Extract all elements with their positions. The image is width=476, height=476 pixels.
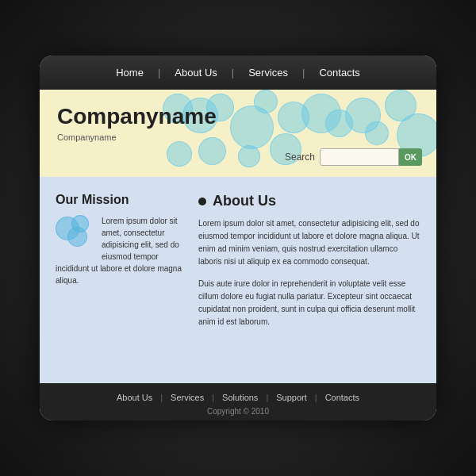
nav-home[interactable]: Home [102, 63, 158, 82]
mission-bubbles [56, 215, 95, 255]
about-para2: Duis aute irure dolor in reprehenderit i… [198, 278, 420, 328]
nav-bar: Home | About Us | Services | Contacts [40, 56, 436, 90]
search-input[interactable] [320, 148, 399, 166]
nav-contacts[interactable]: Contacts [305, 63, 374, 82]
search-label: Search [285, 152, 315, 163]
company-tagline: Companyname [57, 132, 117, 142]
about-para1: Lorem ipsum dolor sit amet, consectetur … [198, 217, 420, 268]
footer-support[interactable]: Support [268, 393, 315, 402]
bullet-dot [198, 198, 206, 205]
about-title: About Us [213, 193, 276, 209]
search-area: Search OK [285, 148, 422, 166]
search-button[interactable]: OK [399, 148, 422, 166]
left-column: Our Mission Lorem ipsum dolor sit amet, … [56, 193, 182, 367]
nav-services[interactable]: Services [234, 63, 302, 82]
main-content: Our Mission Lorem ipsum dolor sit amet, … [40, 177, 436, 383]
nav-about[interactable]: About Us [160, 63, 231, 82]
website-container: Home | About Us | Services | Contacts [40, 56, 436, 420]
footer-copyright: Copyright © 2010 [40, 407, 436, 416]
footer-solutions[interactable]: Solutions [214, 393, 266, 402]
footer-nav: About Us | Services | Solutions | Suppor… [40, 393, 436, 402]
about-heading: About Us [198, 193, 420, 209]
footer-section: About Us | Services | Solutions | Suppor… [40, 383, 436, 420]
header-section: Companyname Companyname Search OK [40, 90, 436, 177]
right-column: About Us Lorem ipsum dolor sit amet, con… [198, 193, 420, 367]
footer-about[interactable]: About Us [109, 393, 160, 402]
company-name: Companyname [57, 104, 217, 129]
footer-contacts[interactable]: Contacts [317, 393, 367, 402]
footer-services[interactable]: Services [163, 393, 212, 402]
mission-title: Our Mission [56, 193, 182, 207]
